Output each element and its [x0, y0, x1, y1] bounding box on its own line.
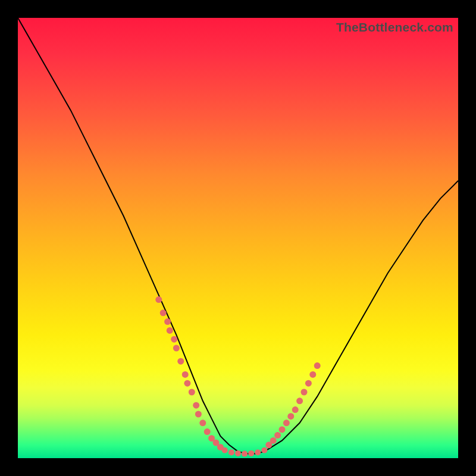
data-bead: [228, 449, 234, 455]
data-bead: [274, 432, 281, 439]
data-bead: [301, 389, 308, 396]
data-bead: [279, 426, 286, 433]
data-bead: [235, 450, 241, 456]
data-bead: [255, 449, 261, 455]
data-bead: [292, 406, 299, 413]
plot-area: TheBottleneck.com: [18, 18, 458, 458]
data-bead: [261, 447, 267, 453]
chart-frame: TheBottleneck.com: [0, 0, 476, 476]
data-bead: [199, 419, 206, 426]
data-bead: [195, 411, 202, 418]
data-bead: [189, 389, 195, 396]
data-bead: [222, 447, 228, 453]
data-bead: [177, 358, 184, 365]
bead-group: [155, 296, 320, 456]
data-bead: [167, 327, 173, 334]
data-bead: [270, 437, 277, 444]
data-bead: [248, 450, 254, 456]
curve-layer: [18, 18, 458, 458]
data-bead: [164, 318, 171, 325]
data-bead: [309, 371, 316, 378]
data-bead: [171, 336, 177, 343]
data-bead: [184, 380, 190, 387]
data-bead: [193, 402, 199, 409]
data-bead: [287, 413, 294, 419]
data-bead: [173, 345, 180, 352]
data-bead: [283, 419, 290, 426]
data-bead: [204, 428, 211, 435]
bottleneck-curve: [18, 18, 458, 454]
data-bead: [160, 309, 167, 316]
data-bead: [242, 451, 248, 457]
data-bead: [314, 362, 321, 369]
data-bead: [305, 380, 312, 387]
data-bead: [155, 296, 162, 303]
data-bead: [296, 397, 303, 404]
data-bead: [182, 371, 189, 378]
